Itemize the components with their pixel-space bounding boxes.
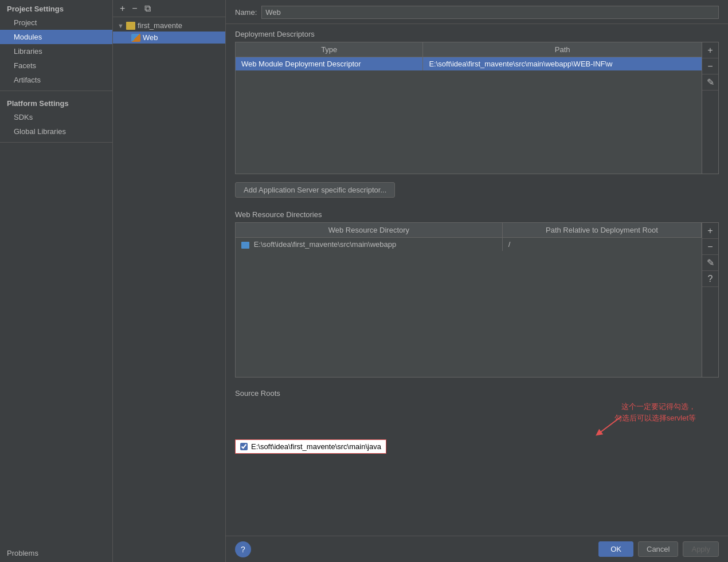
dialog-container: Project Settings Project Modules Librari…: [0, 0, 728, 562]
wr-empty-row: [236, 251, 702, 377]
wr-row[interactable]: E:\soft\idea\first_mavente\src\main\weba…: [236, 238, 702, 251]
wr-side-actions: + − ✎ ?: [702, 223, 718, 377]
source-roots-items: E:\soft\idea\first_mavente\src\main\java: [235, 439, 719, 454]
dd-path: E:\soft\idea\first_mavente\src\main\weba…: [423, 57, 702, 71]
bottom-right-actions: OK Cancel Apply: [598, 541, 719, 557]
tree-root-label: first_mavente: [138, 21, 182, 30]
expand-arrow: ▼: [118, 22, 124, 29]
sidebar-divider-1: [0, 91, 112, 91]
source-roots-section: Source Roots 这个一定要记得勾选， 勾选后可以选择servlet等: [226, 383, 728, 459]
col-type: Type: [236, 42, 423, 57]
wr-col-path: Path Relative to Deployment Root: [502, 223, 701, 238]
web-resource-table: Web Resource Directory Path Relative to …: [236, 223, 702, 377]
sidebar-item-problems[interactable]: Problems: [0, 544, 112, 562]
module-toolbar: + − ⧉: [113, 0, 225, 17]
tree-item-root[interactable]: ▼ first_mavente: [113, 19, 225, 32]
deployment-descriptors-container: Type Path Web Module Deployment Descript…: [235, 42, 719, 174]
dd-edit-btn[interactable]: ✎: [702, 74, 718, 91]
folder-icon: [126, 22, 135, 30]
annotation-area: 这个一定要记得勾选， 勾选后可以选择servlet等: [235, 401, 719, 423]
tree-web-label: Web: [143, 33, 158, 42]
name-label: Name:: [235, 8, 257, 17]
svg-line-1: [598, 416, 621, 434]
tree-item-web[interactable]: Web: [113, 32, 225, 44]
dd-add-btn[interactable]: +: [702, 42, 718, 58]
sidebar-item-project[interactable]: Project: [0, 15, 112, 30]
platform-settings-label: Platform Settings: [0, 95, 112, 110]
remove-module-btn[interactable]: −: [128, 2, 140, 15]
sidebar-item-global-libraries[interactable]: Global Libraries: [0, 124, 112, 139]
web-resource-container: Web Resource Directory Path Relative to …: [235, 222, 719, 378]
sidebar-item-facets[interactable]: Facets: [0, 58, 112, 73]
source-root-checkbox[interactable]: [240, 443, 248, 450]
dd-remove-btn[interactable]: −: [702, 58, 718, 74]
sidebar-item-sdks[interactable]: SDKs: [0, 110, 112, 124]
sidebar: Project Settings Project Modules Librari…: [0, 0, 113, 562]
name-row: Name:: [226, 0, 728, 24]
web-resource-section: Web Resource Directories Web Resource Di…: [226, 205, 728, 383]
help-button[interactable]: ?: [235, 541, 251, 557]
deployment-descriptors-table: Type Path Web Module Deployment Descript…: [236, 42, 702, 174]
wr-help-btn[interactable]: ?: [702, 271, 718, 287]
source-root-item[interactable]: E:\soft\idea\first_mavente\src\main\java: [235, 439, 386, 454]
sidebar-item-modules[interactable]: Modules: [0, 30, 112, 44]
annotation-arrow: [593, 416, 627, 439]
main-layout: Project Settings Project Modules Librari…: [0, 0, 728, 562]
content-scroll: Deployment Descriptors Type Path: [226, 24, 728, 536]
deployment-descriptors-section: Deployment Descriptors Type Path: [226, 24, 728, 180]
ok-button[interactable]: OK: [598, 541, 633, 557]
source-roots-title: Source Roots: [235, 389, 719, 398]
sidebar-item-artifacts[interactable]: Artifacts: [0, 73, 112, 87]
wr-col-dir: Web Resource Directory: [236, 223, 502, 238]
add-module-btn[interactable]: +: [116, 2, 128, 15]
wr-remove-btn[interactable]: −: [702, 239, 718, 255]
wr-edit-btn[interactable]: ✎: [702, 255, 718, 271]
sidebar-divider-2: [0, 142, 112, 143]
wr-dir: E:\soft\idea\first_mavente\src\main\weba…: [236, 238, 502, 251]
bottom-toolbar: ? OK Cancel Apply: [226, 536, 728, 562]
col-path: Path: [423, 42, 702, 57]
module-tree: ▼ first_mavente Web: [113, 17, 225, 562]
folder-blue-icon: [241, 242, 249, 249]
dd-side-actions: + − ✎: [702, 42, 718, 174]
sidebar-item-libraries[interactable]: Libraries: [0, 44, 112, 58]
source-root-path: E:\soft\idea\first_mavente\src\main\java: [251, 442, 381, 451]
project-settings-label: Project Settings: [0, 0, 112, 15]
add-server-btn-container: Add Application Server specific descript…: [226, 180, 728, 205]
name-input[interactable]: [261, 6, 719, 19]
wr-add-btn[interactable]: +: [702, 223, 718, 239]
cancel-button[interactable]: Cancel: [638, 541, 678, 557]
deployment-descriptors-title: Deployment Descriptors: [235, 30, 719, 38]
content-panel: Name: Deployment Descriptors Type Path: [226, 0, 728, 562]
module-panel: + − ⧉ ▼ first_mavente Web: [113, 0, 226, 562]
table-row[interactable]: Web Module Deployment Descriptor E:\soft…: [236, 57, 702, 71]
add-server-btn[interactable]: Add Application Server specific descript…: [235, 182, 395, 198]
wr-path: /: [502, 238, 701, 251]
web-module-icon: [131, 34, 140, 42]
table-empty-row: [236, 70, 702, 174]
web-resource-title: Web Resource Directories: [235, 210, 719, 219]
dd-type: Web Module Deployment Descriptor: [236, 57, 423, 71]
copy-module-btn[interactable]: ⧉: [141, 2, 154, 15]
apply-button[interactable]: Apply: [683, 541, 719, 557]
